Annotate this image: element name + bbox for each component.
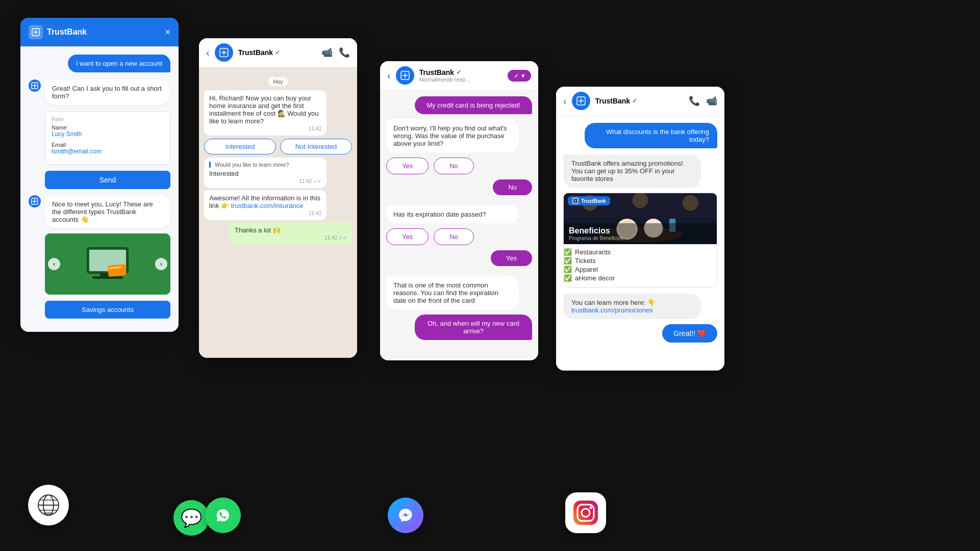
name-field: Name: Lucy Smith xyxy=(52,124,164,138)
trustbank-logo xyxy=(29,25,43,39)
card1-title: TrustBank xyxy=(47,28,87,37)
check-icon-restaurants: ✅ xyxy=(564,248,572,256)
card3-header-info: TrustBank ✓ Normalmente resp... xyxy=(419,68,502,83)
card1-header: TrustBank × xyxy=(20,18,179,46)
savings-accounts-button[interactable]: Savings accounts xyxy=(45,301,170,319)
bot-message-expiry-reason: That is one of the most common reasons. … xyxy=(386,276,519,309)
card3-back-icon[interactable]: ‹ xyxy=(387,70,391,82)
video-call-icon[interactable]: 📹 xyxy=(321,47,333,58)
carousel-image xyxy=(45,233,170,295)
great-button[interactable]: Great!! ❤️ xyxy=(662,324,717,343)
card4-header-icons: 📞 📹 xyxy=(689,95,717,107)
card2-header: ‹ TrustBank ✓ 📹 📞 xyxy=(199,38,357,67)
msg-time-2: 11:42 ✓✓ xyxy=(209,178,321,184)
promo-title: Beneficios xyxy=(569,226,712,235)
promotions-link[interactable]: trustbank.com/promociones xyxy=(571,306,653,314)
bot-message-promotions: TrustBank offers amazing promotions! You… xyxy=(563,154,701,188)
date-badge: Hoy xyxy=(268,77,288,86)
checklist-item-restaurants: ✅ Restaurants xyxy=(564,248,717,256)
name-label: Name: xyxy=(52,124,164,130)
checklist-item-tickets: ✅ Tickets xyxy=(564,257,717,265)
bot-message-expiry: Has its expiration date passed? xyxy=(386,205,519,223)
card3-header: ‹ TrustBank ✓ Normalmente resp... ✓ ▾ xyxy=(380,61,538,90)
promo-image: TrustBank Beneficios Programa de Benefic… xyxy=(564,193,717,244)
bot-message-limit: Don't worry, I'll help you find out what… xyxy=(386,119,519,152)
card2-chat-name: TrustBank ✓ xyxy=(238,48,316,57)
user-message-discounts: What discounts is the bank offering toda… xyxy=(585,123,717,148)
promo-overlay: Beneficios Programa de Beneficios xyxy=(564,223,717,244)
check-icon-apparel: ✅ xyxy=(564,266,572,273)
bot-message-1: Great! Can I ask you to fill out a short… xyxy=(29,80,170,105)
yes-button-1[interactable]: Yes xyxy=(386,158,429,174)
yes-no-buttons-1: Yes No xyxy=(386,158,532,174)
selected-yes-button: Yes xyxy=(491,250,532,266)
bot-message-2: Nice to meet you, Lucy! These are the di… xyxy=(29,195,170,228)
msg-time-1: 11:42 xyxy=(209,126,321,132)
messenger-chat: ‹ TrustBank ✓ Normalmente resp... ✓ ▾ xyxy=(380,61,538,360)
msg-time-3: 11:42 xyxy=(209,211,321,216)
user-message-new-card: Oh, and when will my new card arrive? xyxy=(415,314,532,340)
send-button[interactable]: Send xyxy=(45,171,170,189)
card2-header-info: TrustBank ✓ xyxy=(238,48,316,57)
card2-header-icons: 📹 📞 xyxy=(321,47,350,58)
checklist-item-home-decor: ✅ aHome decor xyxy=(564,274,717,282)
insurance-link[interactable]: trustbank.com/insurance xyxy=(231,202,304,209)
svg-rect-7 xyxy=(108,264,127,276)
card1-header-left: TrustBank xyxy=(29,25,87,39)
carousel-prev-button[interactable]: ‹ xyxy=(48,258,60,270)
phone-icon[interactable]: 📞 xyxy=(339,47,350,58)
card2-body: Hoy Hi, Richard! Now you can buy your ho… xyxy=(199,67,357,358)
checklist: ✅ Restaurants ✅ Tickets ✅ Apparel ✅ aHom… xyxy=(564,244,717,287)
wa-user-message: Thanks a lot 🙌 11:42 ✓✓ xyxy=(230,222,352,245)
www-icon: WWW xyxy=(28,485,69,526)
card4-phone-icon[interactable]: 📞 xyxy=(689,95,700,107)
card4-avatar xyxy=(572,92,590,110)
interested-button[interactable]: Interested xyxy=(204,139,276,154)
card4-body: What discounts is the bank offering toda… xyxy=(556,116,724,371)
email-label: Email: xyxy=(52,142,164,148)
form-card: Form Name: Lucy Smith Email: lsmith@emai… xyxy=(45,111,170,165)
messenger-float-icon xyxy=(388,497,423,533)
card4-back-icon[interactable]: ‹ xyxy=(563,95,567,107)
card1-body: I want to open a new account Great! Can … xyxy=(20,46,179,332)
msg-time-4: 11:42 ✓✓ xyxy=(235,235,347,241)
bot-avatar-2 xyxy=(29,195,41,207)
no-button-2[interactable]: No xyxy=(434,228,474,245)
email-field: Email: lsmith@email.com xyxy=(52,142,164,155)
name-value: Lucy Smith xyxy=(52,130,164,138)
card3-status-badge: ✓ ▾ xyxy=(508,70,531,82)
svg-point-34 xyxy=(590,507,592,509)
card4-header: ‹ TrustBank ✓ 📞 📹 xyxy=(556,87,724,116)
not-interested-button[interactable]: Not Interested xyxy=(280,139,352,154)
card4-video-icon[interactable]: 📹 xyxy=(706,95,717,107)
promo-subtitle: Programa de Beneficios xyxy=(569,235,712,241)
bot-bubble-2: Nice to meet you, Lucy! These are the di… xyxy=(45,195,170,228)
carousel-next-button[interactable]: › xyxy=(155,258,167,270)
no-button-1[interactable]: No xyxy=(434,158,474,174)
promo-brand: TrustBank xyxy=(581,198,606,204)
bot-msg2-text: Awesome! All the information is in this … xyxy=(209,194,320,209)
bot-message-learn-more: You can learn more here: 👇 trustbank.com… xyxy=(563,294,701,319)
wa-bot-message-2: Awesome! All the information is in this … xyxy=(204,190,326,220)
user-message-credit-card: My credit card is being rejected! xyxy=(415,96,532,114)
verified-badge: ✓ xyxy=(275,49,280,56)
bot-bubble-1: Great! Can I ask you to fill out a short… xyxy=(45,80,170,105)
whatsapp-float-icon: 💬 xyxy=(173,500,209,536)
user-message-1: I want to open a new account xyxy=(68,55,170,72)
card3-chat-name: TrustBank ✓ xyxy=(419,68,502,76)
close-icon[interactable]: × xyxy=(165,27,170,38)
instagram-chat: ‹ TrustBank ✓ 📞 📹 What discounts is t xyxy=(556,87,724,371)
card3-header-subtitle: Normalmente resp... xyxy=(419,76,502,83)
card3-verified: ✓ xyxy=(456,69,461,76)
back-icon[interactable]: ‹ xyxy=(206,47,210,59)
card4-header-info: TrustBank ✓ xyxy=(595,97,684,105)
yes-button-2[interactable]: Yes xyxy=(386,228,429,245)
instagram-float-icon xyxy=(565,492,606,533)
svg-point-18 xyxy=(395,505,416,526)
form-label: Form xyxy=(52,117,164,122)
replied-text: Interested xyxy=(209,170,321,177)
wa-choice-buttons: Interested Not Interested xyxy=(204,139,352,154)
card3-avatar xyxy=(396,66,414,85)
account-carousel: ‹ › xyxy=(45,233,170,295)
card4-verified: ✓ xyxy=(632,97,637,104)
